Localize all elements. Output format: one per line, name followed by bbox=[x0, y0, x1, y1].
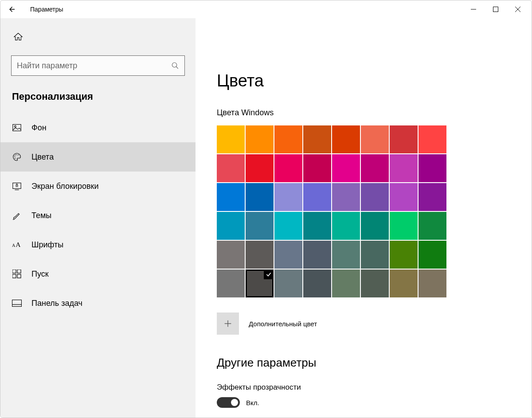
sidebar-item-label: Темы bbox=[31, 211, 51, 220]
transparency-label: Эффекты прозрачности bbox=[217, 383, 510, 392]
svg-rect-1 bbox=[493, 7, 498, 12]
toggle-knob bbox=[231, 399, 238, 406]
color-swatch[interactable] bbox=[390, 183, 418, 211]
color-swatch[interactable] bbox=[217, 212, 245, 240]
close-icon bbox=[515, 7, 520, 12]
sidebar-item-picture[interactable]: Фон bbox=[0, 113, 196, 142]
svg-point-4 bbox=[172, 63, 177, 67]
color-swatch[interactable] bbox=[217, 241, 245, 269]
color-swatch[interactable] bbox=[246, 212, 274, 240]
sidebar-item-brush[interactable]: Темы bbox=[0, 201, 196, 230]
sidebar-item-taskbar[interactable]: Панель задач bbox=[0, 289, 196, 318]
color-swatch[interactable] bbox=[332, 212, 360, 240]
picture-icon bbox=[12, 123, 22, 133]
sidebar-item-label: Цвета bbox=[31, 152, 54, 162]
color-swatch[interactable] bbox=[217, 154, 245, 182]
check-icon bbox=[264, 270, 274, 279]
color-swatch[interactable] bbox=[274, 212, 302, 240]
sidebar-item-label: Шрифты bbox=[31, 240, 63, 250]
color-swatch[interactable] bbox=[361, 125, 389, 153]
sidebar-item-font[interactable]: AAШрифты bbox=[0, 230, 196, 259]
color-swatch[interactable] bbox=[274, 241, 302, 269]
color-swatch[interactable] bbox=[332, 183, 360, 211]
svg-rect-22 bbox=[12, 300, 22, 307]
add-color-button[interactable]: Дополнительный цвет bbox=[217, 313, 510, 335]
color-swatch[interactable] bbox=[332, 241, 360, 269]
maximize-button[interactable] bbox=[485, 2, 507, 16]
other-params-header: Другие параметры bbox=[217, 356, 510, 370]
back-arrow-icon bbox=[8, 5, 16, 13]
sidebar: Персонализация ФонЦветаЭкран блокировкиТ… bbox=[0, 18, 196, 418]
svg-point-11 bbox=[15, 158, 16, 159]
color-swatch[interactable] bbox=[217, 183, 245, 211]
brush-icon bbox=[12, 211, 22, 220]
svg-point-10 bbox=[18, 155, 19, 156]
color-swatch[interactable] bbox=[274, 154, 302, 182]
color-swatch[interactable] bbox=[419, 212, 446, 240]
color-swatch[interactable] bbox=[390, 270, 418, 297]
sidebar-item-label: Экран блокировки bbox=[31, 182, 98, 191]
sidebar-item-palette[interactable]: Цвета bbox=[0, 142, 196, 172]
color-swatch[interactable] bbox=[303, 125, 331, 153]
svg-point-8 bbox=[15, 156, 16, 156]
color-swatch[interactable] bbox=[419, 241, 446, 269]
minimize-icon bbox=[471, 7, 476, 12]
color-swatch[interactable] bbox=[332, 125, 360, 153]
search-input[interactable] bbox=[17, 61, 171, 70]
minimize-button[interactable] bbox=[462, 2, 485, 16]
color-swatch[interactable] bbox=[274, 270, 302, 297]
color-swatch[interactable] bbox=[390, 241, 418, 269]
color-swatch[interactable] bbox=[303, 183, 331, 211]
color-swatch[interactable] bbox=[246, 241, 274, 269]
color-swatch[interactable] bbox=[390, 125, 418, 153]
transparency-toggle-row: Вкл. bbox=[217, 397, 510, 408]
color-swatch[interactable] bbox=[274, 125, 302, 153]
home-button[interactable] bbox=[9, 28, 27, 46]
color-swatch[interactable] bbox=[303, 212, 331, 240]
color-swatch[interactable] bbox=[303, 154, 331, 182]
svg-rect-6 bbox=[13, 125, 21, 131]
svg-rect-18 bbox=[12, 270, 16, 273]
toggle-state-label: Вкл. bbox=[246, 399, 259, 406]
color-swatch[interactable] bbox=[303, 241, 331, 269]
back-button[interactable] bbox=[5, 2, 19, 16]
color-swatch[interactable] bbox=[332, 154, 360, 182]
svg-rect-20 bbox=[12, 274, 16, 278]
color-swatch[interactable] bbox=[361, 212, 389, 240]
search-box[interactable] bbox=[11, 55, 185, 76]
color-swatch[interactable] bbox=[419, 183, 446, 211]
color-swatch[interactable] bbox=[274, 183, 302, 211]
color-swatch[interactable] bbox=[361, 241, 389, 269]
lockscreen-icon bbox=[12, 181, 22, 191]
svg-point-9 bbox=[16, 154, 16, 155]
color-swatch[interactable] bbox=[246, 183, 274, 211]
color-swatch[interactable] bbox=[246, 125, 274, 153]
page-title: Цвета bbox=[217, 71, 510, 90]
color-swatch[interactable] bbox=[419, 125, 446, 153]
color-swatch[interactable] bbox=[217, 125, 245, 153]
start-icon bbox=[12, 269, 22, 279]
color-swatch[interactable] bbox=[390, 212, 418, 240]
color-swatch[interactable] bbox=[361, 270, 389, 297]
color-swatch[interactable] bbox=[390, 154, 418, 182]
color-swatch[interactable] bbox=[361, 154, 389, 182]
color-swatch[interactable] bbox=[361, 183, 389, 211]
sidebar-item-lockscreen[interactable]: Экран блокировки bbox=[0, 172, 196, 201]
add-color-label: Дополнительный цвет bbox=[249, 320, 317, 328]
sidebar-item-label: Фон bbox=[31, 123, 47, 133]
color-swatch[interactable] bbox=[246, 270, 274, 297]
transparency-toggle[interactable] bbox=[217, 397, 240, 408]
color-swatch[interactable] bbox=[303, 270, 331, 297]
svg-rect-21 bbox=[17, 274, 21, 278]
color-swatch[interactable] bbox=[332, 270, 360, 297]
close-button[interactable] bbox=[507, 2, 529, 16]
color-swatch[interactable] bbox=[246, 154, 274, 182]
sidebar-item-start[interactable]: Пуск bbox=[0, 259, 196, 289]
titlebar: Параметры bbox=[0, 0, 532, 18]
svg-line-5 bbox=[176, 66, 178, 69]
color-swatch[interactable] bbox=[217, 270, 245, 297]
svg-text:A: A bbox=[12, 243, 16, 248]
section-title: Персонализация bbox=[12, 91, 184, 102]
color-swatch[interactable] bbox=[419, 270, 446, 297]
color-swatch[interactable] bbox=[419, 154, 446, 182]
